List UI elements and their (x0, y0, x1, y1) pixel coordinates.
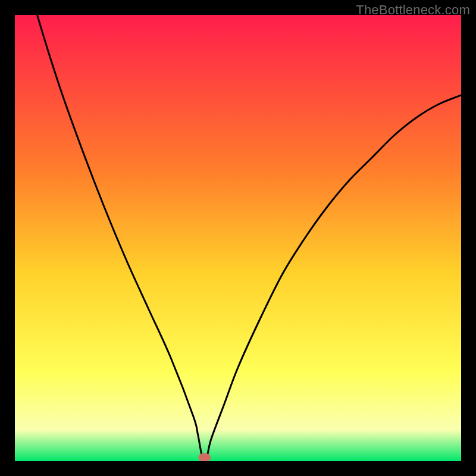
chart-svg (15, 15, 461, 461)
watermark-text: TheBottleneck.com (356, 2, 470, 18)
plot-area (15, 15, 461, 461)
gradient-background (15, 15, 461, 461)
chart-frame: TheBottleneck.com (0, 0, 476, 476)
